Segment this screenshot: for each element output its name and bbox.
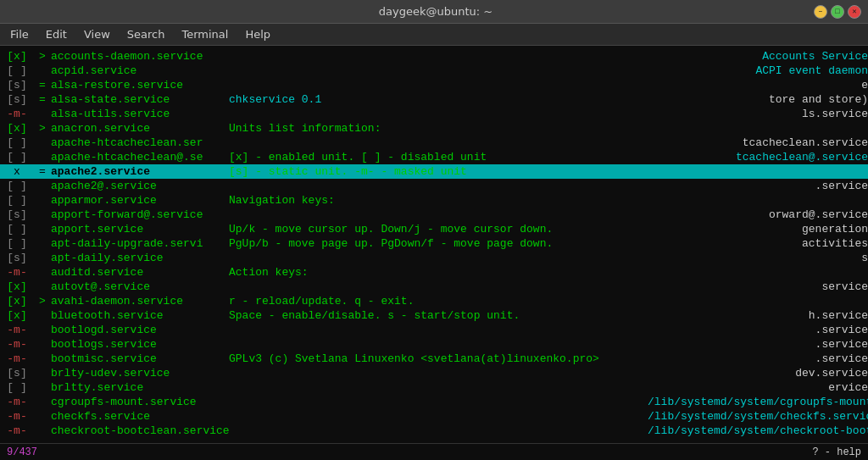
service-path: ls.service [648, 107, 868, 121]
service-name: anacron.service [51, 121, 229, 136]
service-status: -m- [0, 265, 34, 280]
service-name: apache-htcacheclean@.se [51, 150, 229, 164]
service-arrow: = [34, 92, 51, 107]
service-name: brlty-udev.service [51, 366, 229, 380]
maximize-button[interactable]: □ [831, 5, 844, 19]
service-row[interactable]: [s]=alsa-restore.servicee [0, 78, 868, 92]
service-path: .service [648, 337, 868, 352]
service-name: checkfs.service [51, 409, 229, 424]
service-row[interactable]: [x] autovt@.serviceservice [0, 280, 868, 294]
service-status: -m- [0, 395, 34, 409]
service-row[interactable]: -m- cgroupfs-mount.service/lib/systemd/s… [0, 395, 868, 409]
service-arrow: = [34, 78, 51, 92]
service-status: [ ] [0, 64, 34, 78]
service-path: .service [648, 352, 868, 366]
service-status: -m- [0, 337, 34, 352]
service-row[interactable]: [s] apport-forward@.serviceorward@.servi… [0, 208, 868, 222]
service-status: [ ] [0, 136, 34, 150]
service-name: acpid.service [51, 64, 229, 78]
service-path: e [648, 78, 868, 92]
service-path: /lib/systemd/system/checkroot-bootclean.… [648, 424, 868, 438]
menu-item-file[interactable]: File [3, 26, 36, 42]
service-row[interactable]: -m- alsa-utils.servicels.service [0, 107, 868, 121]
service-desc: chkservice 0.1 [229, 92, 648, 107]
service-path: orward@.service [648, 208, 868, 222]
service-row[interactable]: [ ] apt-daily-upgrade.serviPgUp/b - move… [0, 236, 868, 251]
service-name: apport.service [51, 222, 229, 236]
service-path: s [648, 251, 868, 265]
service-name: bluetooth.service [51, 308, 229, 323]
service-name: apparmor.service [51, 193, 229, 208]
service-row[interactable]: -m- bootlogs.service.service [0, 337, 868, 352]
service-path: .service [648, 179, 868, 193]
status-position: 9/437 [7, 446, 37, 458]
service-row[interactable]: [ ] brltty.serviceervice [0, 380, 868, 395]
service-path: Accounts Service [648, 49, 868, 64]
menu-item-help[interactable]: Help [238, 26, 277, 42]
service-name: autovt@.service [51, 280, 229, 294]
service-name: checkroot-bootclean.service [51, 424, 229, 438]
service-status: -m- [0, 107, 34, 121]
service-status: [x] [0, 121, 34, 136]
service-desc: PgUp/b - move page up. PgDown/f - move p… [229, 236, 648, 251]
menu-item-terminal[interactable]: Terminal [175, 26, 235, 42]
service-name: apt-daily-upgrade.servi [51, 236, 229, 251]
service-name: bootlogs.service [51, 337, 229, 352]
titlebar-title: daygeek@ubuntu: ~ [58, 5, 814, 18]
service-row[interactable]: -m- bootmisc.serviceGPLv3 (c) Svetlana L… [0, 352, 868, 366]
service-status: [x] [0, 49, 34, 64]
service-status: [ ] [0, 193, 34, 208]
service-path: /lib/systemd/system/cgroupfs-mount.servi… [648, 395, 868, 409]
service-row[interactable]: [ ] apache-htcacheclean.sertcacheclean.s… [0, 136, 868, 150]
service-status: [s] [0, 78, 34, 92]
service-desc: Up/k - move cursor up. Down/j - move cur… [229, 222, 648, 236]
service-status: [ ] [0, 150, 34, 164]
service-path: activities [648, 236, 868, 251]
service-row[interactable]: [ ] apache2@.service.service [0, 179, 868, 193]
minimize-button[interactable]: – [814, 5, 827, 19]
service-status: -m- [0, 323, 34, 337]
service-status: [s] [0, 366, 34, 380]
service-status: [s] [0, 208, 34, 222]
close-button[interactable]: ✕ [848, 5, 861, 19]
service-name: brltty.service [51, 380, 229, 395]
service-name: apache2.service [51, 164, 229, 179]
service-desc: [x] - enabled unit. [ ] - disabled unit [229, 150, 648, 164]
service-name: apport-forward@.service [51, 208, 229, 222]
service-desc: [s] - static unit. -m- - masked unit [229, 164, 648, 179]
service-row[interactable]: [ ] apparmor.serviceNavigation keys: [0, 193, 868, 208]
service-arrow: = [34, 164, 51, 179]
menu-item-view[interactable]: View [77, 26, 117, 42]
service-row[interactable]: [x]>avahi-daemon.servicer - reload/updat… [0, 294, 868, 308]
service-name: bootmisc.service [51, 352, 229, 366]
service-row[interactable]: [ ] acpid.serviceACPI event daemon [0, 64, 868, 78]
service-row[interactable]: -m- bootlogd.service.service [0, 323, 868, 337]
service-desc: Units list information: [229, 121, 648, 136]
service-row[interactable]: [s] apt-daily.services [0, 251, 868, 265]
service-row[interactable]: [ ] apport.serviceUp/k - move cursor up.… [0, 222, 868, 236]
statusbar: 9/437 ? - help [0, 443, 868, 460]
service-row[interactable]: [s]=alsa-state.servicechkservice 0.1tore… [0, 92, 868, 107]
service-status: -m- [0, 424, 34, 438]
service-status: -m- [0, 352, 34, 366]
status-help: ? - help [812, 446, 861, 458]
service-desc: GPLv3 (c) Svetlana Linuxenko <svetlana(a… [229, 352, 648, 366]
service-row[interactable]: -m- auditd.serviceAction keys: [0, 265, 868, 280]
menu-item-search[interactable]: Search [120, 26, 172, 42]
service-status: [x] [0, 280, 34, 294]
service-row[interactable]: -m- checkfs.service/lib/systemd/system/c… [0, 409, 868, 424]
service-row[interactable]: [s] brlty-udev.servicedev.service [0, 366, 868, 380]
service-arrow: > [34, 49, 51, 64]
service-row[interactable]: x=apache2.service[s] - static unit. -m- … [0, 164, 868, 179]
service-row[interactable]: [x] bluetooth.serviceSpace - enable/disa… [0, 308, 868, 323]
service-row[interactable]: [x]>anacron.serviceUnits list informatio… [0, 121, 868, 136]
service-desc: Space - enable/disable. s - start/stop u… [229, 308, 648, 323]
service-status: -m- [0, 409, 34, 424]
service-name: auditd.service [51, 265, 229, 280]
service-row[interactable]: [x]>accounts-daemon.serviceAccounts Serv… [0, 49, 868, 64]
service-row[interactable]: [ ] apache-htcacheclean@.se[x] - enabled… [0, 150, 868, 164]
service-path: dev.service [648, 366, 868, 380]
service-status: x [0, 164, 34, 179]
menu-item-edit[interactable]: Edit [39, 26, 74, 42]
service-row[interactable]: -m- checkroot-bootclean.service/lib/syst… [0, 424, 868, 438]
